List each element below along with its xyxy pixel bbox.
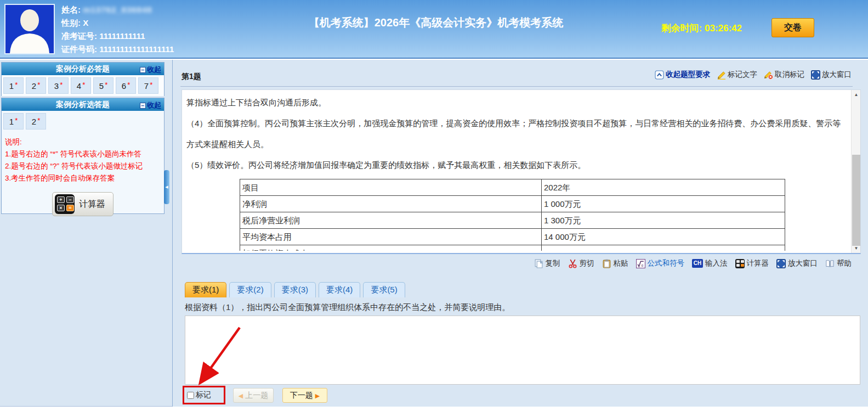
input-method-button[interactable]: CH 输入法: [692, 258, 728, 268]
content-scrollbar[interactable]: ▲ ▼: [851, 90, 860, 253]
input-method-ch-icon: CH: [692, 259, 703, 268]
mark-label: 标记: [196, 390, 211, 400]
ticket-label: 准考证号:: [61, 31, 97, 41]
question-button-3[interactable]: 3*: [48, 77, 69, 94]
mark-checkbox[interactable]: [187, 392, 194, 399]
table-row: 项目2022年: [240, 179, 785, 196]
expand-icon: [776, 259, 786, 268]
submit-paper-button[interactable]: 交卷: [771, 18, 814, 37]
chevron-up-box-icon: [655, 70, 664, 80]
stimulus-content-box: 算指标通过上下结合双向沟通后形成。 （4）全面预算控制。丙公司预算主张主次分明，…: [181, 89, 861, 254]
svg-text:α: α: [641, 263, 643, 267]
unanswered-star: *: [15, 116, 18, 125]
scrollbar-thumb[interactable]: [852, 155, 860, 246]
question-button-5[interactable]: 5*: [93, 77, 114, 94]
name-value: m13762_836848: [83, 5, 152, 14]
answer-textarea[interactable]: [185, 316, 860, 385]
question-header-divider: [180, 86, 853, 87]
legend-notes: 说明: 1.题号右边的 “*” 符号代表该小题尚未作答 2.题号右边的 “?” …: [2, 132, 164, 184]
cut-button[interactable]: 剪切: [568, 258, 594, 268]
calculator-button[interactable]: +− ×= 计算器: [52, 192, 114, 216]
scroll-up-arrow[interactable]: ▲: [852, 90, 861, 99]
gender-label: 性别:: [61, 18, 81, 27]
collapse-question-requirements-button[interactable]: 收起题型要求: [655, 70, 710, 80]
required-questions-panel: 案例分析必答题 − 收起 1* 2* 3* 4* 5* 6* 7*: [1, 62, 164, 96]
enlarge-window-button[interactable]: 放大窗口: [811, 70, 852, 80]
stimulus-paragraph: （4）全面预算控制。丙公司预算主张主次分明，加强现金预算的管理，提高资金的使用效…: [186, 113, 847, 155]
next-question-button[interactable]: 下一题 ▶: [282, 388, 327, 403]
main-panel: 第1题 收起题型要求 标记文字: [172, 60, 868, 407]
scissors-icon: [568, 259, 577, 268]
avatar: [4, 4, 55, 54]
collapse-minus-icon: −: [140, 67, 146, 73]
toolbar-calculator-button[interactable]: 计算器: [735, 258, 769, 268]
expand-icon: [811, 70, 820, 80]
unmark-icon: [764, 70, 773, 80]
stimulus-text: 算指标通过上下结合双向沟通后形成。 （4）全面预算控制。丙公司预算主张主次分明，…: [186, 92, 847, 251]
remaining-time: 剩余时间: 03:26:42: [662, 22, 742, 35]
tab-requirement-5[interactable]: 要求(5): [363, 282, 405, 297]
tab-requirement-1[interactable]: 要求(1): [185, 282, 226, 297]
table-row: 加权平均资本成本8%: [240, 245, 785, 251]
unanswered-star: *: [15, 81, 18, 89]
sidebar-collapse-handle[interactable]: ◀: [164, 170, 169, 204]
student-info: 姓名: m13762_836848 性别: X 准考证号: 1111111111…: [61, 3, 174, 56]
optional-question-button-1[interactable]: 1*: [3, 113, 24, 130]
unanswered-star: *: [37, 116, 40, 125]
exam-app: 姓名: m13762_836848 性别: X 准考证号: 1111111111…: [0, 0, 868, 411]
required-collapse-link[interactable]: − 收起: [140, 64, 161, 76]
previous-question-button[interactable]: ◀ 上一题: [233, 388, 274, 403]
calculator-icon: +− ×=: [55, 194, 75, 214]
unanswered-star: *: [105, 81, 107, 89]
name-label: 姓名:: [61, 5, 81, 14]
optional-collapse-link[interactable]: − 收起: [140, 99, 161, 111]
requirement-prompt: 根据资料（1），指出丙公司全面预算管理组织体系中存在的不当之处，并简要说明理由。: [185, 302, 852, 313]
optional-questions-panel: 案例分析选答题 − 收起 1* 2* 说明: 1.题号右边的 “*” 符号代表该…: [1, 98, 164, 214]
calculator-label: 计算器: [79, 199, 105, 210]
calculator-icon: [735, 259, 745, 268]
right-arrow-icon: ▶: [315, 392, 320, 399]
tab-requirement-3[interactable]: 要求(3): [274, 282, 316, 297]
formula-icon: α: [636, 259, 645, 268]
formula-symbols-button[interactable]: α 公式和符号: [636, 258, 685, 268]
unanswered-star: *: [60, 81, 63, 89]
unanswered-star: *: [37, 81, 40, 89]
exam-system-title: 【机考系统】2026年《高级会计实务》机考模考系统: [307, 14, 565, 31]
scroll-down-arrow[interactable]: ▼: [852, 244, 861, 253]
copy-button[interactable]: 复制: [534, 258, 560, 268]
stimulus-paragraph: 算指标通过上下结合双向沟通后形成。: [186, 92, 847, 113]
id-label: 证件号码:: [61, 44, 97, 54]
tab-requirement-2[interactable]: 要求(2): [229, 282, 271, 297]
clipboard-icon: [602, 259, 611, 268]
toolbar-enlarge-window-button[interactable]: 放大窗口: [776, 258, 818, 268]
note-line-3: 3.考生作答的同时会自动保存答案: [5, 172, 161, 184]
help-button[interactable]: 帮助: [825, 258, 852, 268]
stimulus-paragraph: （5）绩效评价。丙公司将经济增加值回报率确定为重要的绩效指标，赋予其最高权重，相…: [186, 155, 847, 176]
question-button-7[interactable]: 7*: [138, 77, 158, 94]
left-arrow-icon: ◀: [239, 392, 243, 399]
eva-data-table: 项目2022年 净利润1 000万元 税后净营业利润1 300万元 平均资本占用…: [240, 179, 785, 251]
question-button-6[interactable]: 6*: [116, 77, 136, 94]
question-button-4[interactable]: 4*: [71, 77, 91, 94]
table-row: 净利润1 000万元: [240, 196, 785, 212]
unanswered-star: *: [82, 81, 85, 89]
paste-button[interactable]: 粘贴: [602, 258, 628, 268]
remove-highlight-button[interactable]: 取消标记: [764, 70, 804, 80]
header-bar: 姓名: m13762_836848 性别: X 准考证号: 1111111111…: [0, 0, 868, 59]
table-row: 平均资本占用14 000万元: [240, 229, 785, 245]
tab-requirement-4[interactable]: 要求(4): [319, 282, 360, 297]
optional-question-button-2[interactable]: 2*: [26, 113, 46, 130]
question-button-2[interactable]: 2*: [26, 77, 46, 94]
highlight-text-button[interactable]: 标记文字: [717, 70, 757, 80]
unanswered-star: *: [127, 81, 130, 89]
help-book-icon: [825, 259, 835, 268]
optional-panel-title: 案例分析选答题: [56, 100, 110, 109]
table-row: 税后净营业利润1 300万元: [240, 212, 785, 229]
collapse-label: 收起: [147, 99, 161, 111]
mark-question-control[interactable]: 标记: [187, 390, 211, 400]
ticket-value: 11111111111: [99, 31, 145, 41]
question-button-1[interactable]: 1*: [3, 77, 24, 94]
collapse-minus-icon: −: [140, 103, 146, 109]
required-panel-header: 案例分析必答题 − 收起: [2, 63, 164, 75]
note-line-1: 1.题号右边的 “*” 符号代表该小题尚未作答: [5, 148, 161, 160]
